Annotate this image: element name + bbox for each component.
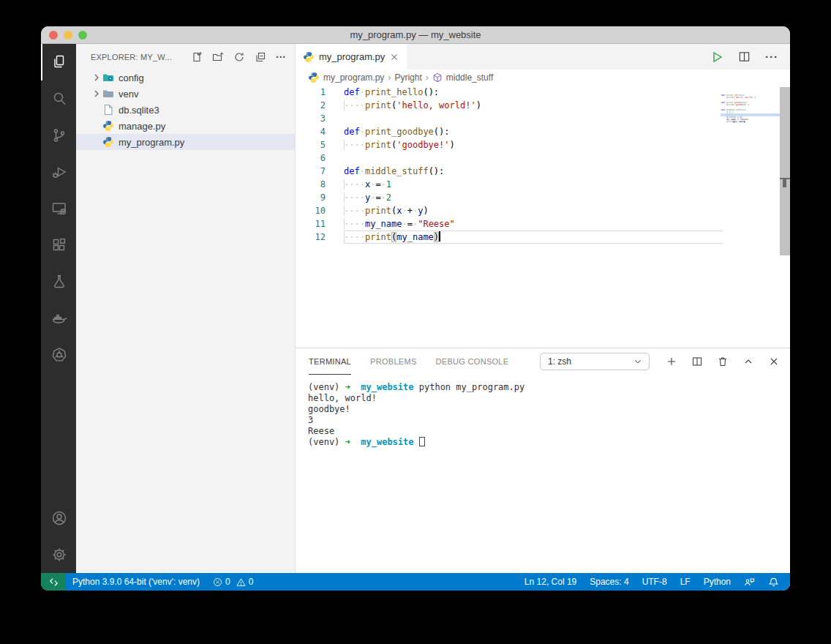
code-line-12[interactable]: 12····print(my_name)	[296, 231, 790, 244]
line-content: ····print('hello, world!')	[344, 99, 481, 112]
terminal-dropdown[interactable]: 1: zsh	[540, 353, 650, 370]
extensions-icon[interactable]	[41, 227, 76, 263]
collapse-folders-icon[interactable]	[255, 51, 266, 63]
tab-my-program[interactable]: my_program.py	[296, 44, 407, 70]
run-and-debug-icon[interactable]	[41, 154, 76, 190]
close-panel-icon[interactable]	[768, 356, 780, 367]
code-line-5[interactable]: 5····print('goodbye!')	[296, 138, 790, 151]
settings-gear-icon[interactable]	[41, 536, 76, 573]
close-window-button[interactable]	[49, 31, 58, 40]
code-line-10[interactable]: 10····print(x·+·y)	[296, 204, 790, 217]
folder-icon	[102, 88, 114, 100]
tree-item-db-sqlite3[interactable]: db.sqlite3	[76, 102, 295, 118]
line-number: 5	[296, 138, 326, 151]
docker-icon[interactable]	[41, 300, 76, 337]
symbol-cube-icon	[432, 72, 443, 83]
breadcrumb-separator: ›	[426, 72, 429, 83]
problems-status[interactable]: 0 0	[206, 573, 260, 591]
file-icon	[102, 104, 114, 116]
notifications-bell-icon[interactable]	[762, 573, 786, 591]
python-icon	[102, 136, 114, 148]
python-interpreter-status[interactable]: Python 3.9.0 64-bit ('venv': venv)	[66, 573, 206, 591]
kill-terminal-icon[interactable]	[717, 356, 729, 367]
line-number: 3	[296, 112, 326, 125]
remote-indicator[interactable]	[41, 573, 66, 591]
python-file-icon	[303, 51, 315, 63]
chevron-right-icon[interactable]	[91, 88, 102, 100]
run-python-file-icon[interactable]	[710, 50, 723, 64]
code-line-8[interactable]: 8····x·=·1	[296, 178, 790, 191]
chevron-down-icon	[633, 356, 643, 367]
more-actions-icon[interactable]: ···	[276, 53, 286, 61]
code-line-3[interactable]: 3	[296, 112, 790, 125]
code-line-7[interactable]: 7def·middle_stuff():	[296, 165, 790, 178]
line-number: 6	[296, 151, 326, 165]
line-number: 1	[296, 86, 326, 99]
minimap[interactable]: def print_hello(): print('hello, world!'…	[721, 87, 780, 123]
bottom-panel: TERMINAL PROBLEMS DEBUG CONSOLE 1: zsh	[296, 348, 790, 573]
tree-indent	[91, 104, 102, 116]
tree-indent	[91, 120, 102, 132]
code-line-11[interactable]: 11····my_name·=·"Reese"	[296, 217, 790, 231]
split-editor-icon[interactable]	[738, 50, 751, 63]
editor-scrollbar[interactable]	[780, 87, 790, 255]
breadcrumb-provider[interactable]: Pyright	[394, 72, 421, 83]
new-file-icon[interactable]	[191, 51, 203, 63]
line-number: 2	[296, 99, 326, 112]
file-tree: configvenvdb.sqlite3manage.pymy_program.…	[76, 70, 295, 573]
tab-terminal[interactable]: TERMINAL	[309, 348, 351, 375]
code-line-2[interactable]: 2····print('hello, world!')	[296, 99, 790, 112]
code-line-4[interactable]: 4def·print_goodbye():	[296, 125, 790, 138]
feedback-icon[interactable]	[737, 573, 762, 591]
cursor-position-status[interactable]: Ln 12, Col 19	[518, 573, 583, 591]
language-mode-status[interactable]: Python	[697, 573, 737, 591]
tree-item-label: db.sqlite3	[119, 105, 159, 116]
tree-item-venv[interactable]: venv	[76, 86, 295, 102]
remote-explorer-icon[interactable]	[41, 190, 76, 227]
breadcrumb-symbol[interactable]: middle_stuff	[446, 72, 493, 83]
tab-problems[interactable]: PROBLEMS	[370, 348, 417, 375]
tree-indent	[91, 136, 102, 148]
zoom-window-button[interactable]	[78, 31, 87, 40]
split-terminal-icon[interactable]	[691, 356, 703, 367]
encoding-status[interactable]: UTF-8	[636, 573, 674, 591]
explorer-title: EXPLORER: MY_W...	[91, 53, 172, 61]
maximize-panel-icon[interactable]	[742, 356, 754, 367]
accounts-icon[interactable]	[41, 500, 76, 536]
remote-icon	[48, 577, 59, 588]
code-line-9[interactable]: 9····y·=·2	[296, 191, 790, 204]
code-lines: 1def·print_hello():2····print('hello, wo…	[296, 86, 790, 244]
minimap-current-line	[721, 113, 780, 116]
terminal-output[interactable]: (venv) ➜ my_website python my_program.py…	[296, 375, 790, 573]
source-control-icon[interactable]	[41, 117, 76, 154]
search-icon[interactable]	[41, 80, 76, 117]
eol-status[interactable]: LF	[674, 573, 697, 591]
line-content: def·print_hello():	[344, 86, 439, 99]
code-editor[interactable]: 1def·print_hello():2····print('hello, wo…	[296, 86, 790, 348]
explorer-header: EXPLORER: MY_W... ···	[76, 44, 295, 70]
kubernetes-icon[interactable]	[41, 337, 76, 373]
minimize-window-button[interactable]	[64, 31, 72, 40]
testing-icon[interactable]	[41, 263, 76, 300]
scrollbar-cursor-stub	[783, 179, 786, 187]
new-terminal-icon[interactable]	[666, 356, 677, 367]
tab-close-icon[interactable]	[389, 52, 399, 62]
refresh-icon[interactable]	[233, 51, 245, 63]
code-line-1[interactable]: 1def·print_hello():	[296, 86, 790, 99]
tree-item-config[interactable]: config	[76, 70, 295, 86]
chevron-right-icon[interactable]	[91, 72, 102, 83]
indentation-status[interactable]: Spaces: 4	[583, 573, 635, 591]
breadcrumb-file[interactable]: my_program.py	[323, 72, 384, 83]
warning-icon	[236, 577, 246, 587]
tree-item-manage-py[interactable]: manage.py	[76, 118, 295, 134]
tree-item-my-program-py[interactable]: my_program.py	[76, 134, 295, 150]
terminal-cursor	[419, 437, 425, 446]
new-folder-icon[interactable]	[212, 51, 224, 63]
code-line-6[interactable]: 6	[296, 151, 790, 165]
vscode-window: my_program.py — my_website	[41, 26, 790, 591]
more-editor-actions-icon[interactable]: ···	[765, 50, 778, 63]
line-content: def·print_goodbye():	[344, 125, 450, 138]
tree-item-label: venv	[119, 89, 138, 100]
tab-debug-console[interactable]: DEBUG CONSOLE	[436, 348, 509, 375]
explorer-icon[interactable]	[41, 44, 76, 80]
